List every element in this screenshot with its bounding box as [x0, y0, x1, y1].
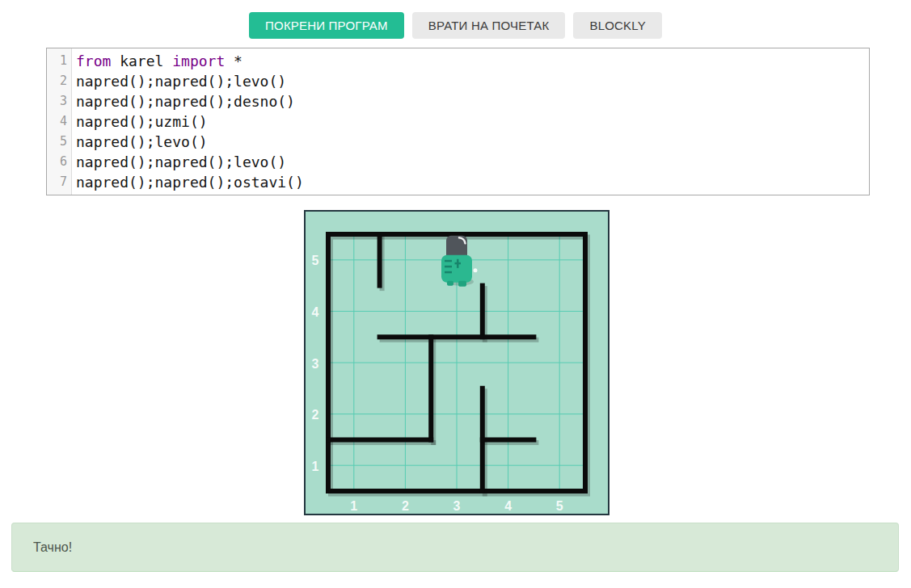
maze-container: 1234554321: [304, 210, 609, 515]
code-token: import: [172, 52, 225, 69]
code-line[interactable]: napred();uzmi(): [76, 111, 869, 132]
robot-face-line: [445, 266, 452, 268]
code-token: napred();napred();levo(): [76, 153, 286, 170]
code-line[interactable]: napred();levo(): [76, 132, 869, 152]
robot-center-mark: [455, 262, 462, 265]
toolbar: ПОКРЕНИ ПРОГРАМ ВРАТИ НА ПОЧЕТАК BLOCKLY: [0, 12, 911, 39]
code-token: from: [76, 52, 111, 69]
code-token: napred();uzmi(): [76, 113, 208, 130]
code-line[interactable]: from karel import *: [76, 51, 869, 71]
code-editor[interactable]: 1234567 from karel import *napred();napr…: [46, 48, 870, 195]
code-token: napred();napred();ostavi(): [76, 174, 304, 191]
code-line[interactable]: napred();napred();ostavi(): [76, 172, 869, 192]
code-token: napred();napred();levo(): [76, 73, 286, 90]
x-axis-label: 4: [504, 499, 512, 513]
success-alert: Тачно!: [11, 523, 899, 572]
robot-marker-dot: [474, 268, 478, 272]
code-line[interactable]: napred();napred();levo(): [76, 71, 869, 91]
success-alert-text: Тачно!: [33, 540, 72, 555]
code-token: napred();levo(): [76, 133, 208, 150]
line-number: 4: [47, 111, 71, 132]
robot-leg: [447, 281, 453, 286]
line-number: 3: [47, 91, 71, 111]
line-number: 1: [47, 51, 71, 71]
run-program-button[interactable]: ПОКРЕНИ ПРОГРАМ: [249, 12, 404, 39]
reset-button[interactable]: ВРАТИ НА ПОЧЕТАК: [412, 12, 566, 39]
code-line[interactable]: napred();napred();desno(): [76, 91, 869, 111]
editor-gutter: 1234567: [47, 48, 72, 195]
robot-face-line: [445, 260, 452, 262]
line-number: 6: [47, 152, 71, 172]
code-token: napred();napred();desno(): [76, 93, 295, 110]
code-token: *: [225, 52, 243, 69]
x-axis-label: 2: [402, 499, 409, 513]
blockly-button[interactable]: BLOCKLY: [573, 12, 662, 39]
code-line[interactable]: napred();napred();levo(): [76, 152, 869, 172]
code-token: karel: [111, 52, 172, 69]
x-axis-label: 1: [350, 499, 357, 513]
line-number: 7: [47, 172, 71, 192]
editor-code[interactable]: from karel import *napred();napred();lev…: [72, 48, 869, 195]
karel-world-canvas: 1234554321: [304, 210, 609, 515]
robot-leg: [458, 281, 466, 287]
y-axis-label: 3: [312, 357, 319, 371]
robot-face-line: [445, 271, 452, 274]
y-axis-label: 5: [312, 254, 319, 267]
line-number: 5: [47, 132, 71, 152]
x-axis-label: 3: [453, 499, 461, 513]
y-axis-label: 2: [312, 408, 319, 422]
line-number: 2: [47, 71, 71, 91]
y-axis-label: 4: [312, 305, 319, 319]
x-axis-label: 5: [556, 499, 563, 513]
y-axis-label: 1: [312, 460, 319, 473]
